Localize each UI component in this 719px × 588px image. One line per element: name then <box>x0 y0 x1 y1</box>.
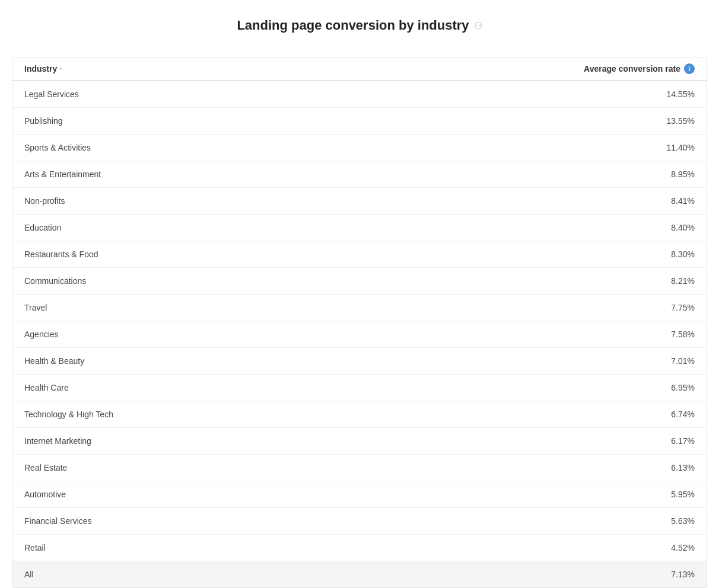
table-row: Financial Services5.63% <box>12 508 707 535</box>
row-industry-13: Internet Marketing <box>24 436 91 446</box>
table-row: Education8.40% <box>12 215 707 241</box>
row-industry-12: Technology & High Tech <box>24 410 113 419</box>
table-row: Internet Marketing6.17% <box>12 428 707 455</box>
table-row: Publishing13.55% <box>12 108 707 135</box>
row-rate-5: 8.40% <box>671 223 695 232</box>
row-rate-17: 4.52% <box>671 543 695 552</box>
table-rows-container: Legal Services14.55%Publishing13.55%Spor… <box>12 81 707 587</box>
row-rate-18: 7.13% <box>671 570 695 579</box>
row-industry-11: Health Care <box>24 383 69 392</box>
row-industry-15: Automotive <box>24 490 66 499</box>
row-rate-6: 8.30% <box>671 250 695 259</box>
row-rate-16: 5.63% <box>671 516 695 526</box>
row-rate-1: 13.55% <box>667 116 695 126</box>
row-industry-18: All <box>24 570 34 579</box>
table-row: Restaurants & Food8.30% <box>12 241 707 268</box>
table-row: Automotive5.95% <box>12 481 707 508</box>
row-industry-14: Real Estate <box>24 463 67 472</box>
row-industry-5: Education <box>24 223 61 232</box>
table-header: Industry - Average conversion rate i <box>12 57 707 81</box>
header-conversion: Average conversion rate i <box>584 63 695 74</box>
row-industry-2: Sports & Activities <box>24 143 91 152</box>
row-industry-3: Arts & Entertainment <box>24 170 101 179</box>
info-icon[interactable]: i <box>684 63 695 74</box>
row-industry-4: Non-profits <box>24 196 65 206</box>
row-rate-3: 8.95% <box>671 170 695 179</box>
page-title: Landing page conversion by industry <box>237 18 469 33</box>
link-icon[interactable]: ⚇ <box>474 20 482 31</box>
row-rate-2: 11.40% <box>667 143 695 152</box>
header-conversion-label: Average conversion rate <box>584 64 680 74</box>
row-industry-0: Legal Services <box>24 90 79 99</box>
table-row: Arts & Entertainment8.95% <box>12 161 707 188</box>
row-industry-9: Agencies <box>24 330 59 339</box>
table-row: Legal Services14.55% <box>12 81 707 108</box>
row-rate-7: 8.21% <box>671 276 695 286</box>
row-industry-1: Publishing <box>24 116 63 126</box>
row-rate-14: 6.13% <box>671 463 695 472</box>
table-row: Retail4.52% <box>12 535 707 561</box>
header-industry[interactable]: Industry - <box>24 64 62 74</box>
row-industry-16: Financial Services <box>24 516 92 526</box>
table-row: Technology & High Tech6.74% <box>12 401 707 428</box>
table-row: Non-profits8.41% <box>12 188 707 215</box>
table-row: Real Estate6.13% <box>12 455 707 481</box>
table-row: Health Care6.95% <box>12 375 707 401</box>
page-container: Landing page conversion by industry ⚇ In… <box>0 0 719 588</box>
row-rate-9: 7.58% <box>671 330 695 339</box>
row-rate-13: 6.17% <box>671 436 695 446</box>
header-industry-label: Industry <box>24 64 57 74</box>
row-industry-10: Health & Beauty <box>24 356 84 366</box>
table-row: All7.13% <box>12 561 707 587</box>
table-row: Agencies7.58% <box>12 321 707 348</box>
data-table: Industry - Average conversion rate i Leg… <box>12 57 707 588</box>
row-industry-8: Travel <box>24 303 47 312</box>
row-rate-12: 6.74% <box>671 410 695 419</box>
row-industry-6: Restaurants & Food <box>24 250 98 259</box>
table-row: Travel7.75% <box>12 295 707 321</box>
row-rate-11: 6.95% <box>671 383 695 392</box>
row-industry-7: Communications <box>24 276 86 286</box>
table-row: Communications8.21% <box>12 268 707 295</box>
title-row: Landing page conversion by industry ⚇ <box>12 18 707 33</box>
table-row: Health & Beauty7.01% <box>12 348 707 375</box>
sort-icon: - <box>59 65 62 73</box>
table-row: Sports & Activities11.40% <box>12 135 707 161</box>
row-rate-0: 14.55% <box>667 90 695 99</box>
row-rate-4: 8.41% <box>671 196 695 206</box>
row-industry-17: Retail <box>24 543 46 552</box>
row-rate-15: 5.95% <box>671 490 695 499</box>
row-rate-10: 7.01% <box>671 356 695 366</box>
row-rate-8: 7.75% <box>671 303 695 312</box>
